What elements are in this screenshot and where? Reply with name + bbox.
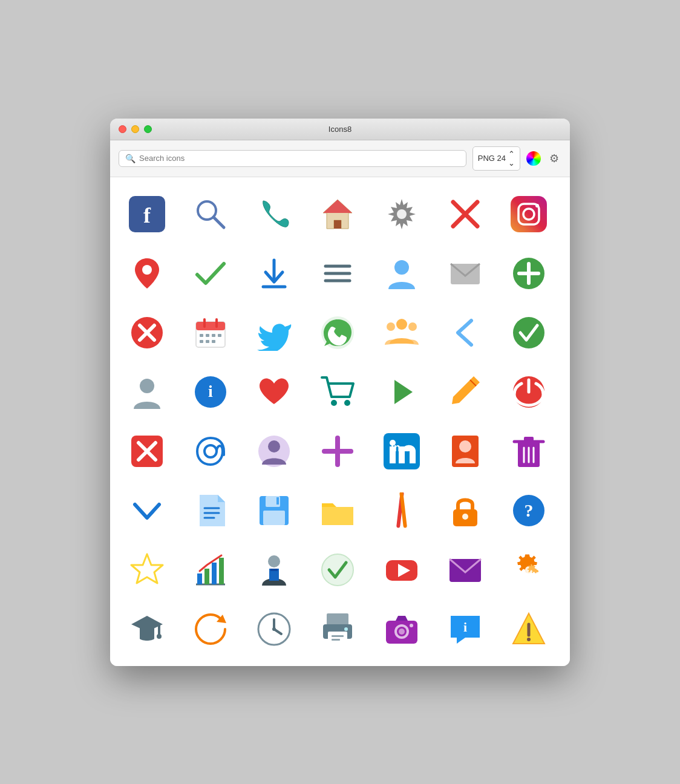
svg-point-8 <box>397 209 407 219</box>
color-wheel-button[interactable] <box>526 151 541 166</box>
svg-point-57 <box>204 445 217 457</box>
graduation-icon[interactable] <box>120 602 174 656</box>
svg-point-65 <box>390 440 396 446</box>
lock-icon[interactable] <box>438 483 492 538</box>
instagram-icon[interactable] <box>502 187 556 241</box>
close-square-icon[interactable] <box>120 424 174 479</box>
contacts-icon[interactable] <box>438 424 492 479</box>
minimize-button[interactable] <box>131 125 139 133</box>
phone-icon[interactable] <box>247 187 301 241</box>
back-icon[interactable] <box>438 305 492 360</box>
svg-point-59 <box>268 440 280 452</box>
chart-icon[interactable] <box>183 543 238 597</box>
businessperson-icon[interactable] <box>247 543 301 597</box>
maximize-button[interactable] <box>144 125 152 133</box>
chevron-down-icon[interactable] <box>120 483 174 538</box>
titlebar: Icons8 <box>110 119 570 140</box>
svg-marker-88 <box>131 554 163 583</box>
floppy-icon[interactable] <box>247 483 301 538</box>
youtube-icon[interactable] <box>374 543 429 597</box>
svg-text:f: f <box>143 203 151 227</box>
avatar-circle-icon[interactable] <box>247 424 301 479</box>
checkmark-icon[interactable] <box>183 246 238 301</box>
play-icon[interactable] <box>374 365 429 419</box>
svg-rect-93 <box>219 558 224 584</box>
facebook-icon[interactable]: f <box>120 187 174 241</box>
printer-icon[interactable] <box>310 602 365 656</box>
info-icon[interactable]: i <box>183 365 238 419</box>
svg-rect-11 <box>511 196 547 232</box>
gear-button[interactable]: ⚙ <box>547 151 561 166</box>
folder-icon[interactable] <box>310 483 365 538</box>
heart-icon[interactable] <box>247 365 301 419</box>
app-window: Icons8 🔍 PNG 24 ⌃⌄ ⚙ f <box>110 119 570 666</box>
close-x-icon[interactable] <box>438 187 492 241</box>
toolbar: 🔍 PNG 24 ⌃⌄ ⚙ <box>110 140 570 177</box>
svg-rect-36 <box>218 334 221 337</box>
add-circle-icon[interactable] <box>502 246 556 301</box>
document-icon[interactable] <box>183 483 238 538</box>
clock-icon[interactable] <box>247 602 301 656</box>
twitter-icon[interactable] <box>247 305 301 360</box>
at-icon[interactable] <box>183 424 238 479</box>
group-icon[interactable] <box>374 305 429 360</box>
svg-point-41 <box>396 319 407 330</box>
window-title: Icons8 <box>329 125 351 134</box>
svg-line-3 <box>214 217 224 227</box>
help-icon[interactable]: ? <box>502 483 556 538</box>
svg-point-68 <box>459 440 471 452</box>
cart-icon[interactable] <box>310 365 365 419</box>
tools-icon[interactable] <box>374 483 429 538</box>
home-icon[interactable] <box>310 187 365 241</box>
traffic-lights <box>119 125 152 133</box>
format-selector[interactable]: PNG 24 ⌃⌄ <box>472 146 520 171</box>
calendar-icon[interactable] <box>183 305 238 360</box>
format-label: PNG 24 <box>478 154 506 163</box>
svg-point-14 <box>535 204 539 207</box>
warning-icon[interactable] <box>502 602 556 656</box>
cogs-icon[interactable] <box>502 543 556 597</box>
settings-icon[interactable] <box>374 187 429 241</box>
svg-text:i: i <box>208 382 213 400</box>
svg-rect-114 <box>332 635 344 637</box>
menu-icon[interactable] <box>310 246 365 301</box>
svg-rect-90 <box>197 573 202 584</box>
search-icon[interactable] <box>183 187 238 241</box>
svg-point-105 <box>157 634 162 639</box>
linkedin-icon[interactable]: in <box>374 424 429 479</box>
location-icon[interactable] <box>120 246 174 301</box>
power-icon[interactable] <box>502 365 556 419</box>
error-circle-icon[interactable] <box>120 305 174 360</box>
mail-icon[interactable] <box>438 246 492 301</box>
svg-rect-92 <box>212 563 217 584</box>
spinner-icon: ⌃⌄ <box>508 149 515 168</box>
done-circle-icon[interactable] <box>310 543 365 597</box>
check-circle-icon[interactable] <box>502 305 556 360</box>
star-icon[interactable] <box>120 543 174 597</box>
search-box[interactable]: 🔍 <box>119 150 466 167</box>
user-icon[interactable] <box>374 246 429 301</box>
svg-point-85 <box>462 514 468 520</box>
svg-point-42 <box>387 322 395 331</box>
close-button[interactable] <box>119 125 126 133</box>
camera-icon[interactable] <box>374 602 429 656</box>
svg-rect-5 <box>334 220 341 229</box>
search-input[interactable] <box>139 154 460 163</box>
svg-marker-51 <box>452 376 480 404</box>
email-icon[interactable] <box>438 543 492 597</box>
svg-rect-71 <box>524 437 534 443</box>
plus-icon[interactable] <box>310 424 365 479</box>
svg-point-110 <box>272 627 276 631</box>
person-icon[interactable] <box>120 365 174 419</box>
svg-rect-37 <box>200 340 203 343</box>
pencil-icon[interactable] <box>438 365 492 419</box>
toolbar-right: PNG 24 ⌃⌄ ⚙ <box>472 146 561 171</box>
chat-info-icon[interactable]: i <box>438 602 492 656</box>
whatsapp-icon[interactable] <box>310 305 365 360</box>
refresh-icon[interactable] <box>183 602 238 656</box>
svg-rect-64 <box>390 446 396 463</box>
trash-icon[interactable] <box>502 424 556 479</box>
download-icon[interactable] <box>247 246 301 301</box>
svg-rect-81 <box>276 497 279 505</box>
svg-rect-80 <box>263 511 285 525</box>
